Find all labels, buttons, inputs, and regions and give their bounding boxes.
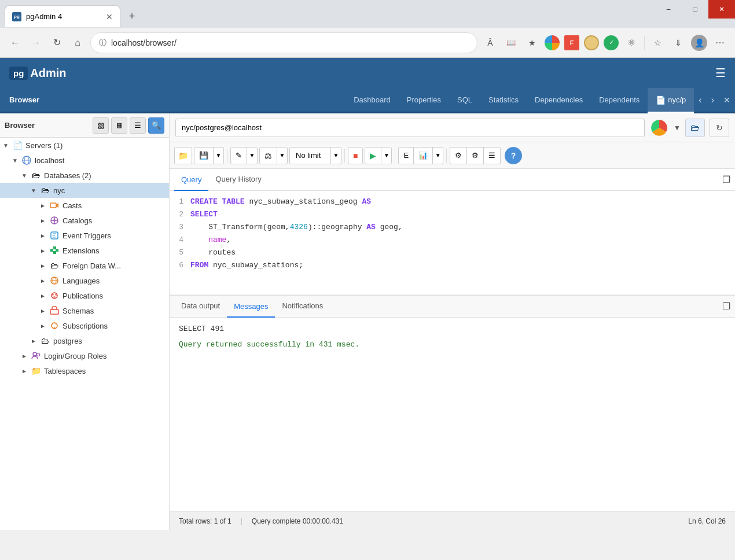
explain-graph-btn[interactable]: 📊 bbox=[413, 148, 432, 164]
browser-icon-4[interactable]: ✓ bbox=[604, 35, 619, 50]
query-history-tab[interactable]: Query History bbox=[208, 169, 268, 191]
expand-editor-btn[interactable]: ❐ bbox=[722, 174, 730, 185]
home-btn[interactable]: ⌂ bbox=[69, 35, 86, 51]
code-line-4: 4 name, bbox=[170, 234, 735, 246]
reload-btn[interactable]: ↻ bbox=[49, 35, 65, 51]
download-icon[interactable]: ⇓ bbox=[670, 35, 686, 51]
favorites-icon[interactable]: ★ bbox=[524, 35, 540, 51]
browser-icon-3[interactable] bbox=[584, 35, 599, 50]
tab-sql[interactable]: SQL bbox=[449, 87, 480, 113]
tree-item-event-triggers[interactable]: ► Event Triggers bbox=[0, 228, 169, 243]
forward-btn[interactable]: → bbox=[28, 35, 44, 51]
tree-item-servers[interactable]: ▼ 📄 Servers (1) bbox=[0, 138, 169, 153]
save-dropdown-btn[interactable]: ▼ bbox=[213, 148, 223, 164]
explain-dropdown-btn[interactable]: ▼ bbox=[432, 148, 443, 164]
reader-icon[interactable]: 📖 bbox=[503, 35, 519, 51]
translate-icon[interactable]: Â bbox=[482, 35, 498, 51]
tree-item-tablespaces[interactable]: ► 📁 Tablespaces bbox=[0, 363, 169, 378]
browser-icon-2[interactable]: F bbox=[564, 35, 579, 50]
tab-dependencies[interactable]: Dependencies bbox=[527, 87, 591, 113]
publications-icon bbox=[49, 290, 60, 301]
run-btn[interactable]: ▶ bbox=[365, 148, 381, 164]
expand-results-btn[interactable]: ❐ bbox=[722, 301, 730, 312]
publications-label: Publications bbox=[63, 292, 103, 300]
browser-nav-item[interactable]: Browser bbox=[0, 87, 49, 113]
more-btn[interactable]: ⋯ bbox=[712, 35, 728, 51]
browser-tab[interactable]: pg pgAdmin 4 ✕ bbox=[5, 5, 120, 27]
tab-statistics[interactable]: Statistics bbox=[480, 87, 527, 113]
filter-btn[interactable]: ⚖ bbox=[260, 148, 277, 164]
svg-point-22 bbox=[53, 296, 56, 299]
data-output-tab[interactable]: Data output bbox=[174, 296, 227, 318]
tree-item-casts[interactable]: ► Casts bbox=[0, 198, 169, 213]
subscriptions-icon bbox=[49, 320, 60, 331]
tree-item-publications[interactable]: ► Publications bbox=[0, 288, 169, 303]
databases-label: Databases (2) bbox=[44, 171, 91, 180]
tab-close-icon[interactable]: ✕ bbox=[106, 12, 113, 21]
no-limit-label[interactable]: No limit bbox=[290, 148, 330, 164]
tree-item-nyc[interactable]: ▼ 🗁 nyc bbox=[0, 183, 169, 198]
refresh-connection-btn[interactable]: ↻ bbox=[710, 119, 729, 137]
tree-item-subscriptions[interactable]: ► Subscriptions bbox=[0, 318, 169, 333]
run-dropdown-btn[interactable]: ▼ bbox=[381, 148, 391, 164]
explain-btn[interactable]: E bbox=[399, 148, 413, 164]
sidebar-grid-btn[interactable]: ▦ bbox=[111, 117, 127, 134]
tab-dashboard[interactable]: Dashboard bbox=[346, 87, 399, 113]
back-btn[interactable]: ← bbox=[7, 35, 23, 51]
sidebar-list-btn[interactable]: ☰ bbox=[130, 117, 146, 134]
nav-close-btn[interactable]: ✕ bbox=[719, 87, 735, 113]
tree-item-postgres[interactable]: ► 🗁 postgres bbox=[0, 333, 169, 348]
no-limit-dropdown-btn[interactable]: ▼ bbox=[330, 148, 341, 164]
stop-btn[interactable]: ■ bbox=[348, 147, 363, 164]
macros-btn2[interactable]: ⚙ bbox=[466, 148, 483, 164]
nav-prev-btn[interactable]: ‹ bbox=[694, 87, 706, 113]
message-select: SELECT 491 bbox=[179, 325, 726, 333]
close-btn[interactable]: ✕ bbox=[708, 0, 735, 19]
tree-item-databases[interactable]: ▼ 🗁 Databases (2) bbox=[0, 168, 169, 183]
svg-point-21 bbox=[55, 293, 57, 296]
extensions-icon[interactable]: ⚛ bbox=[623, 35, 640, 51]
connection-input[interactable] bbox=[175, 119, 645, 137]
tree-item-login-roles[interactable]: ► Login/Group Roles bbox=[0, 348, 169, 363]
profile-icon[interactable]: 👤 bbox=[691, 35, 707, 51]
browser-icon-1[interactable] bbox=[545, 35, 560, 50]
tab-dependents[interactable]: Dependents bbox=[591, 87, 648, 113]
sidebar-table-btn[interactable]: ▧ bbox=[93, 117, 109, 134]
maximize-btn[interactable]: □ bbox=[682, 0, 708, 19]
tree-item-languages[interactable]: ► Languages bbox=[0, 273, 169, 288]
help-btn[interactable]: ? bbox=[505, 147, 522, 164]
tree-item-foreign-data[interactable]: ► 🗁 Foreign Data W... bbox=[0, 258, 169, 273]
postgres-label: postgres bbox=[53, 337, 82, 345]
connection-dropdown-btn[interactable]: ▼ bbox=[674, 124, 681, 132]
edit-dropdown-btn[interactable]: ▼ bbox=[247, 148, 257, 164]
tree-item-localhost[interactable]: ▼ localhost bbox=[0, 153, 169, 168]
main-nav: Browser Dashboard Properties SQL Statist… bbox=[0, 88, 735, 113]
macros-btn1[interactable]: ⚙ bbox=[450, 148, 466, 164]
nav-next-btn[interactable]: › bbox=[707, 87, 719, 113]
filter-dropdown-btn[interactable]: ▼ bbox=[277, 148, 287, 164]
open-file-btn[interactable]: 📁 bbox=[174, 147, 192, 164]
svg-rect-3 bbox=[50, 203, 56, 208]
save-btn[interactable]: 💾 bbox=[194, 148, 213, 164]
subscriptions-label: Subscriptions bbox=[63, 322, 108, 330]
sidebar-search-btn[interactable]: 🔍 bbox=[148, 117, 164, 134]
collections-icon[interactable]: ☆ bbox=[649, 35, 666, 51]
tree-item-schemas[interactable]: ► Schemas bbox=[0, 303, 169, 318]
tree-item-catalogs[interactable]: ► Catalogs bbox=[0, 213, 169, 228]
minimize-btn[interactable]: – bbox=[655, 0, 682, 19]
new-tab-btn[interactable]: + bbox=[123, 7, 141, 25]
url-box[interactable]: ⓘ localhost/browser/ bbox=[90, 32, 477, 53]
tree-item-extensions[interactable]: ► Extensions bbox=[0, 243, 169, 258]
notifications-tab[interactable]: Notifications bbox=[275, 296, 330, 318]
code-editor[interactable]: 1 CREATE TABLE nyc_subway_stations_geog … bbox=[170, 191, 735, 295]
tab-properties[interactable]: Properties bbox=[399, 87, 449, 113]
hamburger-menu[interactable]: ☰ bbox=[715, 66, 726, 80]
edit-btn[interactable]: ✎ bbox=[231, 148, 247, 164]
url-text: localhost/browser/ bbox=[111, 38, 469, 47]
messages-tab[interactable]: Messages bbox=[227, 296, 275, 318]
edit-btn-group: ✎ ▼ bbox=[230, 147, 258, 164]
db-connect-btn[interactable]: 🗁 bbox=[685, 119, 705, 137]
query-tab[interactable]: Query bbox=[174, 169, 208, 191]
format-btn[interactable]: ☰ bbox=[483, 148, 500, 164]
tab-nycp[interactable]: 📄 nyc/p bbox=[648, 88, 694, 113]
